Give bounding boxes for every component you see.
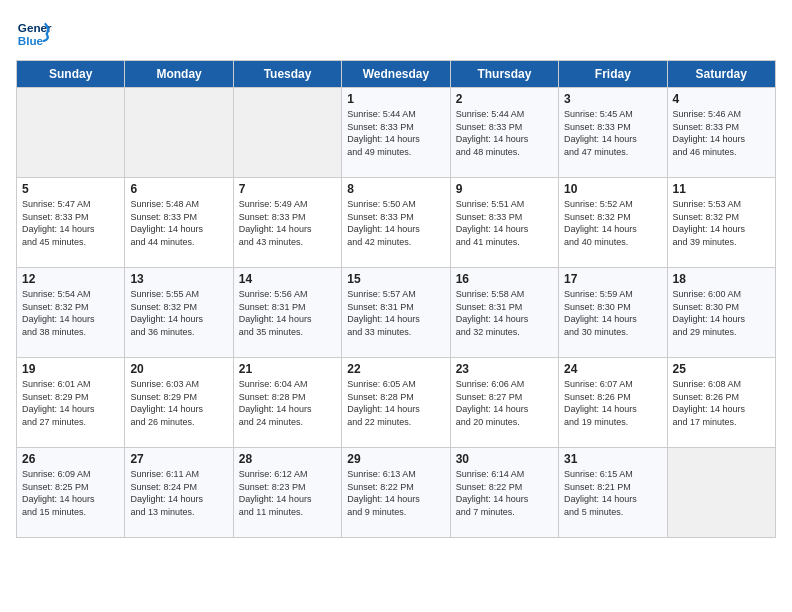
day-info: Sunrise: 6:03 AMSunset: 8:29 PMDaylight:…	[130, 378, 227, 428]
calendar-cell: 9Sunrise: 5:51 AMSunset: 8:33 PMDaylight…	[450, 178, 558, 268]
calendar-cell: 13Sunrise: 5:55 AMSunset: 8:32 PMDayligh…	[125, 268, 233, 358]
calendar-cell: 24Sunrise: 6:07 AMSunset: 8:26 PMDayligh…	[559, 358, 667, 448]
calendar-cell: 17Sunrise: 5:59 AMSunset: 8:30 PMDayligh…	[559, 268, 667, 358]
calendar-cell: 11Sunrise: 5:53 AMSunset: 8:32 PMDayligh…	[667, 178, 775, 268]
svg-text:Blue: Blue	[18, 34, 44, 47]
day-info: Sunrise: 6:09 AMSunset: 8:25 PMDaylight:…	[22, 468, 119, 518]
day-number: 19	[22, 362, 119, 376]
calendar-week-1: 1Sunrise: 5:44 AMSunset: 8:33 PMDaylight…	[17, 88, 776, 178]
day-number: 13	[130, 272, 227, 286]
header-cell-friday: Friday	[559, 61, 667, 88]
calendar-cell: 29Sunrise: 6:13 AMSunset: 8:22 PMDayligh…	[342, 448, 450, 538]
day-number: 11	[673, 182, 770, 196]
day-info: Sunrise: 6:05 AMSunset: 8:28 PMDaylight:…	[347, 378, 444, 428]
header-cell-sunday: Sunday	[17, 61, 125, 88]
calendar-week-5: 26Sunrise: 6:09 AMSunset: 8:25 PMDayligh…	[17, 448, 776, 538]
day-info: Sunrise: 5:44 AMSunset: 8:33 PMDaylight:…	[456, 108, 553, 158]
calendar-cell: 21Sunrise: 6:04 AMSunset: 8:28 PMDayligh…	[233, 358, 341, 448]
day-info: Sunrise: 6:15 AMSunset: 8:21 PMDaylight:…	[564, 468, 661, 518]
calendar-week-4: 19Sunrise: 6:01 AMSunset: 8:29 PMDayligh…	[17, 358, 776, 448]
day-info: Sunrise: 6:01 AMSunset: 8:29 PMDaylight:…	[22, 378, 119, 428]
header-cell-tuesday: Tuesday	[233, 61, 341, 88]
day-number: 25	[673, 362, 770, 376]
day-number: 23	[456, 362, 553, 376]
calendar-week-2: 5Sunrise: 5:47 AMSunset: 8:33 PMDaylight…	[17, 178, 776, 268]
calendar-week-3: 12Sunrise: 5:54 AMSunset: 8:32 PMDayligh…	[17, 268, 776, 358]
day-number: 2	[456, 92, 553, 106]
calendar-cell: 2Sunrise: 5:44 AMSunset: 8:33 PMDaylight…	[450, 88, 558, 178]
calendar-cell: 19Sunrise: 6:01 AMSunset: 8:29 PMDayligh…	[17, 358, 125, 448]
calendar-cell: 31Sunrise: 6:15 AMSunset: 8:21 PMDayligh…	[559, 448, 667, 538]
day-info: Sunrise: 6:04 AMSunset: 8:28 PMDaylight:…	[239, 378, 336, 428]
calendar-cell: 16Sunrise: 5:58 AMSunset: 8:31 PMDayligh…	[450, 268, 558, 358]
day-number: 20	[130, 362, 227, 376]
day-number: 3	[564, 92, 661, 106]
day-info: Sunrise: 6:14 AMSunset: 8:22 PMDaylight:…	[456, 468, 553, 518]
day-number: 21	[239, 362, 336, 376]
day-info: Sunrise: 6:06 AMSunset: 8:27 PMDaylight:…	[456, 378, 553, 428]
day-number: 24	[564, 362, 661, 376]
calendar-cell: 15Sunrise: 5:57 AMSunset: 8:31 PMDayligh…	[342, 268, 450, 358]
calendar-header: SundayMondayTuesdayWednesdayThursdayFrid…	[17, 61, 776, 88]
day-number: 8	[347, 182, 444, 196]
day-info: Sunrise: 6:07 AMSunset: 8:26 PMDaylight:…	[564, 378, 661, 428]
day-info: Sunrise: 6:08 AMSunset: 8:26 PMDaylight:…	[673, 378, 770, 428]
calendar-table: SundayMondayTuesdayWednesdayThursdayFrid…	[16, 60, 776, 538]
day-number: 22	[347, 362, 444, 376]
calendar-cell: 27Sunrise: 6:11 AMSunset: 8:24 PMDayligh…	[125, 448, 233, 538]
day-info: Sunrise: 6:11 AMSunset: 8:24 PMDaylight:…	[130, 468, 227, 518]
calendar-cell	[667, 448, 775, 538]
calendar-cell: 12Sunrise: 5:54 AMSunset: 8:32 PMDayligh…	[17, 268, 125, 358]
day-info: Sunrise: 5:45 AMSunset: 8:33 PMDaylight:…	[564, 108, 661, 158]
logo: General Blue	[16, 16, 56, 52]
calendar-cell: 8Sunrise: 5:50 AMSunset: 8:33 PMDaylight…	[342, 178, 450, 268]
day-number: 6	[130, 182, 227, 196]
calendar-cell: 30Sunrise: 6:14 AMSunset: 8:22 PMDayligh…	[450, 448, 558, 538]
day-info: Sunrise: 5:59 AMSunset: 8:30 PMDaylight:…	[564, 288, 661, 338]
day-info: Sunrise: 5:48 AMSunset: 8:33 PMDaylight:…	[130, 198, 227, 248]
day-info: Sunrise: 6:13 AMSunset: 8:22 PMDaylight:…	[347, 468, 444, 518]
day-info: Sunrise: 5:57 AMSunset: 8:31 PMDaylight:…	[347, 288, 444, 338]
day-number: 27	[130, 452, 227, 466]
calendar-body: 1Sunrise: 5:44 AMSunset: 8:33 PMDaylight…	[17, 88, 776, 538]
day-info: Sunrise: 5:53 AMSunset: 8:32 PMDaylight:…	[673, 198, 770, 248]
day-info: Sunrise: 5:47 AMSunset: 8:33 PMDaylight:…	[22, 198, 119, 248]
day-info: Sunrise: 5:52 AMSunset: 8:32 PMDaylight:…	[564, 198, 661, 248]
day-number: 7	[239, 182, 336, 196]
calendar-cell: 28Sunrise: 6:12 AMSunset: 8:23 PMDayligh…	[233, 448, 341, 538]
day-number: 5	[22, 182, 119, 196]
header-cell-wednesday: Wednesday	[342, 61, 450, 88]
calendar-cell	[233, 88, 341, 178]
day-number: 15	[347, 272, 444, 286]
day-number: 14	[239, 272, 336, 286]
day-info: Sunrise: 5:56 AMSunset: 8:31 PMDaylight:…	[239, 288, 336, 338]
day-number: 28	[239, 452, 336, 466]
day-info: Sunrise: 5:58 AMSunset: 8:31 PMDaylight:…	[456, 288, 553, 338]
day-number: 30	[456, 452, 553, 466]
calendar-cell: 20Sunrise: 6:03 AMSunset: 8:29 PMDayligh…	[125, 358, 233, 448]
day-number: 17	[564, 272, 661, 286]
calendar-cell: 5Sunrise: 5:47 AMSunset: 8:33 PMDaylight…	[17, 178, 125, 268]
day-number: 16	[456, 272, 553, 286]
calendar-cell: 26Sunrise: 6:09 AMSunset: 8:25 PMDayligh…	[17, 448, 125, 538]
calendar-cell: 3Sunrise: 5:45 AMSunset: 8:33 PMDaylight…	[559, 88, 667, 178]
day-number: 10	[564, 182, 661, 196]
calendar-cell: 23Sunrise: 6:06 AMSunset: 8:27 PMDayligh…	[450, 358, 558, 448]
logo-icon: General Blue	[16, 16, 52, 52]
calendar-cell: 1Sunrise: 5:44 AMSunset: 8:33 PMDaylight…	[342, 88, 450, 178]
day-number: 31	[564, 452, 661, 466]
day-number: 18	[673, 272, 770, 286]
day-number: 29	[347, 452, 444, 466]
header-cell-thursday: Thursday	[450, 61, 558, 88]
day-info: Sunrise: 5:54 AMSunset: 8:32 PMDaylight:…	[22, 288, 119, 338]
day-info: Sunrise: 5:46 AMSunset: 8:33 PMDaylight:…	[673, 108, 770, 158]
day-number: 4	[673, 92, 770, 106]
calendar-cell	[125, 88, 233, 178]
day-number: 1	[347, 92, 444, 106]
day-info: Sunrise: 5:49 AMSunset: 8:33 PMDaylight:…	[239, 198, 336, 248]
calendar-cell: 14Sunrise: 5:56 AMSunset: 8:31 PMDayligh…	[233, 268, 341, 358]
calendar-cell: 7Sunrise: 5:49 AMSunset: 8:33 PMDaylight…	[233, 178, 341, 268]
day-info: Sunrise: 5:51 AMSunset: 8:33 PMDaylight:…	[456, 198, 553, 248]
day-info: Sunrise: 5:50 AMSunset: 8:33 PMDaylight:…	[347, 198, 444, 248]
day-number: 9	[456, 182, 553, 196]
